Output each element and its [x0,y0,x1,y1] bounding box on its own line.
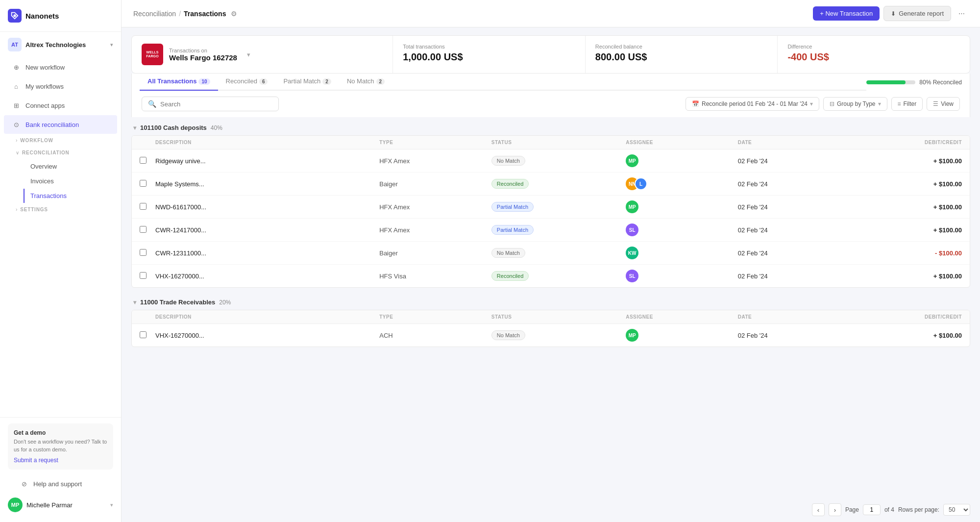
row-date: 02 Feb '24 [738,180,850,188]
page-input[interactable] [863,504,881,515]
generate-report-button[interactable]: ⬇ Generate report [883,6,951,21]
row-checkbox[interactable] [140,249,147,256]
progress-bar-fill [866,80,906,84]
row-amount: + $100.00 [850,157,962,165]
org-selector[interactable]: AT Altrex Technologies ▾ [0,32,121,57]
reconciled-label: Reconciled balance [595,44,768,50]
user-chevron-icon: ▾ [110,502,113,508]
row-checkbox[interactable] [140,272,147,279]
row-date: 02 Feb '24 [738,203,850,211]
group-header-1[interactable]: ▾11000 Trade Receivables20% [131,292,970,310]
settings-gear-icon[interactable]: ⚙ [231,10,237,18]
tab-label: Reconciled [226,77,257,85]
more-options-button[interactable]: ⋯ [955,6,968,21]
rows-per-page-select[interactable]: 50 25 100 [943,504,970,516]
row-checkbox[interactable] [140,180,147,187]
sidebar-item-transactions[interactable]: Transactions [24,189,117,203]
avatar: SL [626,224,638,236]
transactions-label: Transactions [30,192,67,199]
main-content: Reconciliation / Transactions ⚙ + New Tr… [122,0,980,522]
table-row: Maple Systems... Baiger Reconciled NNL 0… [132,173,970,196]
chevron-down-icon: ∨ [16,150,19,155]
row-date: 02 Feb '24 [738,332,850,339]
sidebar-item-overview[interactable]: Overview [24,159,117,174]
view-button[interactable]: ☰ View [927,97,960,111]
row-checkbox-cell [140,331,155,340]
sidebar-item-connect-apps[interactable]: ⊞ Connect apps [4,96,117,115]
prev-page-button[interactable]: ‹ [812,503,825,516]
sidebar-item-invoices[interactable]: Invoices [24,174,117,188]
row-checkbox-cell [140,157,155,165]
settings-toggle[interactable]: › SETTINGS [8,203,121,216]
of-label: of 4 [884,506,894,513]
group-icon: ⊟ [830,100,834,107]
avatar: MP [626,154,638,167]
avatar: SL [626,270,638,282]
sidebar-item-my-workflows[interactable]: ⌂ My workflows [4,77,117,96]
tab-reconciled[interactable]: Reconciled6 [218,74,276,91]
help-label: Help and support [33,480,82,488]
row-description: VHX-16270000... [155,273,379,280]
workflow-toggle[interactable]: › WORKFLOW [8,134,121,147]
org-icon: AT [8,38,22,51]
workflow-label: WORKFLOW [20,138,53,143]
next-page-button[interactable]: › [829,503,841,516]
tab-badge-reconciled: 6 [259,78,268,85]
tab-no-match[interactable]: No Match2 [339,74,392,91]
new-transaction-button[interactable]: + New Transaction [813,6,880,21]
breadcrumb: Reconciliation / Transactions ⚙ [133,10,237,18]
total-label: Total transactions [403,44,575,50]
row-date: 02 Feb '24 [738,249,850,257]
row-checkbox[interactable] [140,331,147,338]
status-badge: No Match [491,330,525,340]
bank-chevron-icon[interactable]: ▾ [247,51,250,58]
row-checkbox-cell [140,203,155,211]
breadcrumb-separator: / [179,10,181,18]
assignee-stack: MP [626,154,638,167]
row-checkbox[interactable] [140,226,147,233]
sidebar: Nanonets AT Altrex Technologies ▾ ⊕ New … [0,0,122,522]
calendar-icon: 📅 [692,100,699,107]
row-assignee: MP [626,154,738,167]
total-transactions-card: Total transactions 1,000.00 US$ [393,36,586,73]
row-amount: - $100.00 [850,249,962,257]
tab-all[interactable]: All Transactions10 [140,74,218,91]
group-chevron-icon: ▾ [133,299,136,306]
bank-name: Wells Fargo 162728 [169,53,237,62]
avatar: MP [8,497,23,512]
row-checkbox[interactable] [140,203,147,210]
filter-button[interactable]: ≡ Filter [891,97,923,111]
logo-icon [8,9,22,23]
row-description: CWR-12417000... [155,226,379,234]
search-input[interactable] [160,100,272,108]
breadcrumb-parent[interactable]: Reconciliation [133,10,176,18]
view-icon: ☰ [933,100,938,107]
tab-partial[interactable]: Partial Match2 [275,74,339,91]
group-by-button[interactable]: ⊟ Group by Type ▾ [823,97,887,111]
demo-desc: Don't see a workflow you need? Talk to u… [14,438,107,453]
reconcile-period-button[interactable]: 📅 Reconcile period 01 Feb '24 - 01 Mar '… [686,97,819,111]
user-profile[interactable]: MP Michelle Parmar ▾ [8,494,113,516]
group-chevron-icon: ▾ [133,124,136,131]
assignee-stack: SL [626,270,638,282]
sidebar-item-help[interactable]: ⊘ Help and support [12,474,109,493]
ellipsis-icon: ⋯ [958,10,965,17]
tab-label: No Match [347,77,374,85]
reconciliation-toggle[interactable]: ∨ RECONCILIATION [8,147,121,159]
chevron-right-icon-2: › [16,207,17,212]
group-name: 101100 Cash deposits [140,124,207,131]
row-description: Maple Systems... [155,180,379,188]
row-type: Baiger [379,180,491,188]
tab-label: Partial Match [283,77,320,85]
chevron-right-icon: › [16,138,17,143]
row-checkbox[interactable] [140,157,147,164]
sidebar-item-bank-recon[interactable]: ⊙ Bank reconciliation [4,115,117,134]
submit-request-link[interactable]: Submit a request [14,457,58,464]
row-assignee: SL [626,270,738,282]
group-header-0[interactable]: ▾101100 Cash deposits40% [131,117,970,135]
sidebar-item-new-workflow[interactable]: ⊕ New workflow [4,58,117,76]
group-pct: 20% [219,299,231,306]
bank-abbr: WELLS FARGO [146,50,159,59]
group-chevron-icon: ▾ [878,100,881,107]
filter-label: Filter [904,100,917,107]
